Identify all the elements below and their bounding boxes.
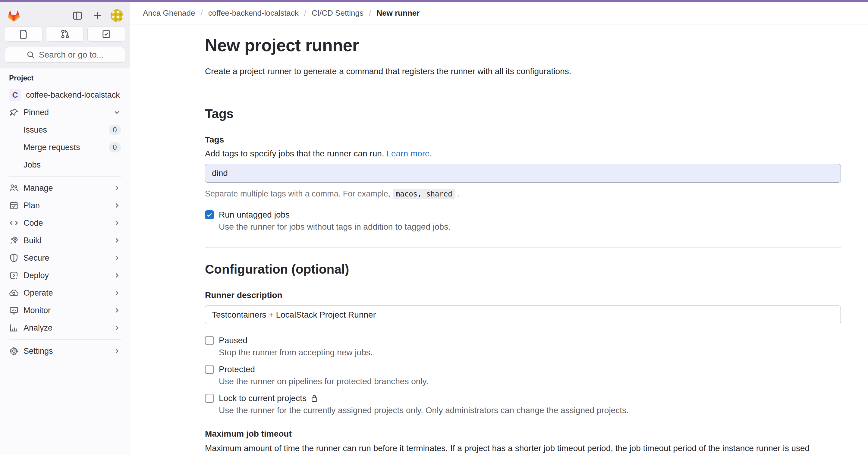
- sidebar-item-manage[interactable]: Manage: [4, 180, 126, 196]
- breadcrumb-link-namespace[interactable]: Anca Ghenade: [143, 8, 195, 18]
- checkbox-unchecked[interactable]: [205, 394, 214, 403]
- deploy-icon: [9, 270, 19, 280]
- search-input[interactable]: Search or go to...: [5, 47, 125, 63]
- sidebar-section-label: Project: [0, 74, 130, 82]
- paused-checkbox[interactable]: Paused: [205, 336, 841, 345]
- sidebar-item-project[interactable]: C coffee-backend-localstack: [4, 87, 126, 103]
- merge-requests-count-badge: 0: [109, 142, 121, 153]
- tags-field-help: Add tags to specify jobs that the runner…: [205, 149, 841, 159]
- chevron-down-icon: [113, 108, 121, 116]
- breadcrumb: Anca Ghenade / coffee-backend-localstack…: [130, 2, 868, 24]
- chevron-right-icon: [113, 236, 121, 245]
- runner-description-input[interactable]: [205, 305, 841, 324]
- learn-more-link[interactable]: Learn more: [386, 149, 430, 158]
- sidebar-item-operate[interactable]: Operate: [4, 285, 126, 301]
- sidebar-item-jobs[interactable]: Jobs: [4, 156, 126, 173]
- page-intro: Create a project runner to generate a co…: [205, 67, 841, 76]
- chevron-right-icon: [113, 219, 121, 227]
- section-divider: [205, 92, 841, 92]
- breadcrumb-separator: /: [369, 8, 371, 18]
- project-name: coffee-backend-localstack: [26, 90, 121, 100]
- issues-count-badge: 0: [109, 125, 121, 135]
- sidebar-divider: [9, 176, 121, 176]
- sidebar-header: Search or go to...: [0, 2, 130, 68]
- issues-shortcut-button[interactable]: [5, 27, 42, 41]
- merge-request-icon: [60, 29, 70, 39]
- tags-section-heading: Tags: [205, 107, 841, 121]
- breadcrumb-current: New runner: [376, 8, 420, 18]
- timeout-description: Maximum amount of time the runner can ru…: [205, 444, 841, 455]
- sidebar-item-deploy[interactable]: Deploy: [4, 267, 126, 284]
- chevron-right-icon: [113, 347, 121, 355]
- merge-requests-shortcut-button[interactable]: [46, 27, 84, 41]
- checkbox-unchecked[interactable]: [205, 336, 214, 345]
- gear-icon: [9, 346, 19, 356]
- rocket-icon: [9, 236, 19, 245]
- pinned-label: Pinned: [24, 108, 108, 117]
- top-accent-bar: [0, 0, 868, 2]
- tags-field-label: Tags: [205, 135, 841, 144]
- paused-description: Stop the runner from accepting new jobs.: [219, 348, 841, 357]
- people-icon: [9, 183, 19, 193]
- sidebar-item-build[interactable]: Build: [4, 232, 126, 249]
- chevron-right-icon: [113, 306, 121, 314]
- todo-shortcut-button[interactable]: [87, 27, 125, 41]
- main-content: Anca Ghenade / coffee-backend-localstack…: [130, 2, 868, 455]
- chevron-right-icon: [113, 202, 121, 209]
- breadcrumb-separator: /: [304, 8, 306, 18]
- tags-hint: Separate multiple tags with a comma. For…: [205, 189, 841, 199]
- runner-description-label: Runner description: [205, 290, 841, 300]
- search-icon: [26, 50, 35, 59]
- sidebar-item-secure[interactable]: Secure: [4, 250, 126, 266]
- code-icon: [9, 218, 19, 228]
- sidebar-item-plan[interactable]: Plan: [4, 197, 126, 214]
- run-untagged-description: Use the runner for jobs without tags in …: [219, 222, 841, 232]
- shield-icon: [9, 253, 19, 263]
- gitlab-logo[interactable]: [7, 8, 21, 23]
- create-new-icon[interactable]: [91, 9, 104, 22]
- configuration-section-heading: Configuration (optional): [205, 262, 841, 277]
- monitor-icon: [9, 305, 19, 315]
- lock-to-projects-checkbox[interactable]: Lock to current projects: [205, 393, 841, 403]
- page-title: New project runner: [205, 35, 841, 55]
- chevron-right-icon: [113, 271, 121, 279]
- chart-icon: [9, 323, 19, 333]
- chevron-right-icon: [113, 324, 121, 332]
- checkbox-unchecked[interactable]: [205, 365, 214, 374]
- sidebar-item-analyze[interactable]: Analyze: [4, 319, 126, 336]
- breadcrumb-link-project[interactable]: coffee-backend-localstack: [208, 8, 299, 18]
- issues-icon: [19, 29, 29, 39]
- protected-description: Use the runner on pipelines for protecte…: [219, 377, 841, 386]
- timeout-label: Maximum job timeout: [205, 429, 841, 439]
- pin-icon: [9, 107, 19, 117]
- calendar-check-icon: [9, 201, 19, 210]
- lock-icon: [310, 394, 318, 402]
- breadcrumb-link-cicd-settings[interactable]: CI/CD Settings: [312, 8, 364, 18]
- user-avatar[interactable]: [111, 9, 123, 22]
- check-icon: [206, 212, 213, 218]
- sidebar-item-pinned[interactable]: Pinned: [4, 104, 126, 121]
- sidebar-item-issues[interactable]: Issues 0: [4, 122, 126, 138]
- breadcrumb-separator: /: [200, 8, 203, 18]
- collapse-sidebar-icon[interactable]: [71, 9, 84, 22]
- sidebar-divider: [9, 339, 121, 339]
- protected-checkbox[interactable]: Protected: [205, 365, 841, 374]
- search-placeholder: Search or go to...: [39, 50, 104, 60]
- lock-to-projects-description: Use the runner for the currently assigne…: [219, 405, 841, 415]
- chevron-right-icon: [113, 289, 121, 297]
- chevron-right-icon: [113, 184, 121, 192]
- cloud-pod-icon: [9, 288, 19, 298]
- sidebar-item-merge-requests[interactable]: Merge requests 0: [4, 139, 126, 156]
- run-untagged-checkbox[interactable]: Run untagged jobs: [205, 210, 841, 220]
- chevron-right-icon: [113, 254, 121, 262]
- sidebar-item-settings[interactable]: Settings: [4, 343, 126, 359]
- super-sidebar: Search or go to... Project C coffee-back…: [0, 2, 130, 455]
- tags-input[interactable]: [205, 164, 841, 183]
- project-avatar: C: [9, 89, 21, 101]
- checkbox-checked[interactable]: [205, 210, 214, 219]
- sidebar-item-code[interactable]: Code: [4, 215, 126, 231]
- sidebar-item-monitor[interactable]: Monitor: [4, 302, 126, 319]
- sidebar-nav: Project C coffee-backend-localstack Pinn…: [0, 68, 130, 455]
- todo-check-icon: [101, 29, 111, 39]
- tags-example-code: macos, shared: [393, 189, 456, 199]
